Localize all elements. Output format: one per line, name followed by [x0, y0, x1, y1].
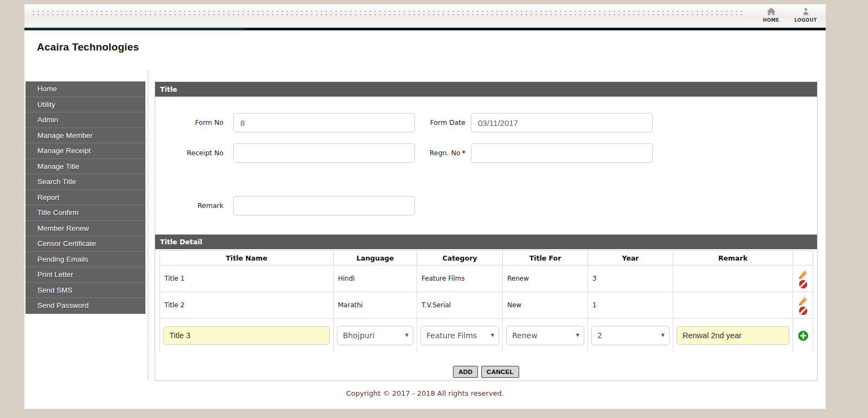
home-label: HOME [763, 17, 779, 23]
regn-no-label: Regn. No* [383, 143, 465, 163]
page-title: Acaira Technologies [37, 41, 139, 53]
cell-title-for: Renew [503, 265, 588, 292]
sidebar-item-print-letter[interactable]: Print Letter [25, 267, 145, 283]
entry-cell-actions [793, 319, 813, 352]
sidebar-item-send-password[interactable]: Send Password [25, 298, 145, 314]
cell-actions [793, 265, 813, 292]
regn-no-input[interactable] [471, 143, 653, 163]
cell-title-name: Title 2 [160, 292, 334, 319]
cancel-button[interactable]: CANCEL [481, 366, 519, 378]
cell-title-name: Title 1 [160, 265, 334, 292]
col-title-for: Title For [503, 251, 588, 265]
entry-title-name-input[interactable] [163, 326, 330, 345]
section-header-title: Title [155, 82, 817, 97]
sidebar-item-pending-emails[interactable]: Pending Emails [25, 252, 145, 268]
form-row-1: Form No Form Date [155, 113, 817, 132]
entry-cell-title-for: Renew ▼ [503, 319, 588, 352]
sidebar-item-report[interactable]: Report [25, 190, 145, 206]
year-select[interactable]: 2 ▼ [591, 326, 669, 345]
top-header-bar: HOME LOGOUT [24, 4, 826, 27]
house-icon [767, 8, 776, 15]
category-select[interactable]: Feature Films ▼ [420, 326, 499, 345]
top-actions: HOME LOGOUT [763, 8, 817, 23]
edit-pencil-icon[interactable] [799, 270, 808, 279]
col-remark: Remark [673, 251, 793, 265]
title-for-select[interactable]: Renew ▼ [506, 326, 584, 345]
edit-pencil-icon[interactable] [799, 296, 808, 306]
dotted-texture [31, 10, 744, 15]
entry-cell-remark [673, 319, 793, 352]
chevron-down-icon: ▼ [405, 333, 409, 338]
col-year: Year [588, 251, 673, 265]
cell-year: 1 [588, 292, 673, 319]
entry-remark-input[interactable] [676, 326, 789, 345]
sidebar-item-member-renew[interactable]: Member Renew [25, 221, 145, 237]
cell-category: T.V.Serial [417, 292, 503, 319]
category-select-value: Feature Films [426, 331, 477, 340]
cell-remark [673, 292, 793, 319]
entry-cell-language: Bhojpuri ▼ [334, 319, 417, 352]
form-row-2: Receipt No Regn. No* [155, 143, 817, 163]
year-select-value: 2 [597, 331, 602, 340]
title-detail-table: Title Name Language Category Title For Y… [159, 250, 813, 352]
add-button[interactable]: ADD [453, 366, 478, 378]
cell-title-for: New [503, 292, 588, 319]
sidebar: Home Utility Admin Manage Member Manage … [25, 81, 145, 314]
remark-label: Remark [155, 196, 224, 216]
title-form-panel: Title Form No Form Date Receipt No Regn.… [155, 81, 818, 381]
col-language: Language [334, 251, 417, 265]
sidebar-divider [148, 71, 149, 379]
entry-cell-title-name [160, 319, 334, 352]
sidebar-item-utility[interactable]: Utility [25, 97, 145, 113]
required-asterisk: * [462, 149, 465, 157]
delete-block-icon[interactable] [799, 280, 808, 289]
section-header-title-detail: Title Detail [155, 235, 817, 249]
cell-language: Hindi [334, 265, 417, 292]
sidebar-item-manage-title[interactable]: Manage Title [25, 159, 145, 175]
table-row: Title 2 Marathi T.V.Serial New 1 [160, 292, 813, 319]
chevron-down-icon: ▼ [661, 333, 665, 338]
table-row: Title 1 Hindi Feature Films Renew 3 [160, 265, 813, 292]
entry-row: Bhojpuri ▼ Feature Films ▼ Renew ▼ [160, 319, 813, 352]
logout-button[interactable]: LOGOUT [794, 8, 817, 23]
form-date-input[interactable] [471, 113, 653, 132]
delete-block-icon[interactable] [799, 306, 808, 315]
table-header-row: Title Name Language Category Title For Y… [160, 251, 813, 265]
add-plus-icon[interactable] [798, 331, 808, 341]
form-no-label: Form No [155, 113, 224, 132]
form-row-3: Remark [155, 196, 817, 216]
entry-cell-year: 2 ▼ [588, 319, 673, 352]
entry-cell-category: Feature Films ▼ [417, 319, 503, 352]
sidebar-item-manage-receipt[interactable]: Manage Receipt [25, 143, 145, 159]
sidebar-item-admin[interactable]: Admin [25, 112, 145, 128]
chevron-down-icon: ▼ [576, 333, 579, 338]
cell-remark [673, 265, 793, 292]
sidebar-item-home[interactable]: Home [25, 81, 145, 97]
copyright-footer: Copyright © 2017 - 2018 All rights reser… [24, 389, 826, 397]
receipt-no-label: Receipt No [155, 143, 224, 163]
cell-category: Feature Films [417, 265, 503, 292]
cell-actions [793, 292, 813, 319]
title-for-select-value: Renew [512, 331, 538, 340]
logout-label: LOGOUT [794, 17, 817, 23]
cell-language: Marathi [334, 292, 417, 319]
form-date-label: Form Date [383, 113, 465, 132]
language-select[interactable]: Bhojpuri ▼ [337, 326, 413, 345]
col-actions [793, 251, 813, 265]
sidebar-item-search-title[interactable]: Search Title [25, 174, 145, 190]
remark-input[interactable] [233, 196, 415, 216]
home-button[interactable]: HOME [763, 8, 779, 23]
form-buttons: ADDCANCEL [155, 366, 817, 378]
page-wrapper: HOME LOGOUT Acaira Technologies Home Uti… [24, 4, 826, 409]
sidebar-item-censor-certificate[interactable]: Censor Certificate [25, 236, 145, 252]
col-category: Category [417, 251, 503, 265]
cell-year: 3 [588, 265, 673, 292]
col-title-name: Title Name [160, 251, 334, 265]
sidebar-item-send-sms[interactable]: Send SMS [25, 283, 145, 299]
dark-nav-strip [24, 28, 826, 30]
sidebar-item-title-confirm[interactable]: Title Confirm [25, 205, 145, 221]
language-select-value: Bhojpuri [343, 331, 374, 340]
person-icon [802, 8, 810, 15]
sidebar-item-manage-member[interactable]: Manage Member [25, 128, 145, 144]
chevron-down-icon: ▼ [491, 333, 494, 338]
